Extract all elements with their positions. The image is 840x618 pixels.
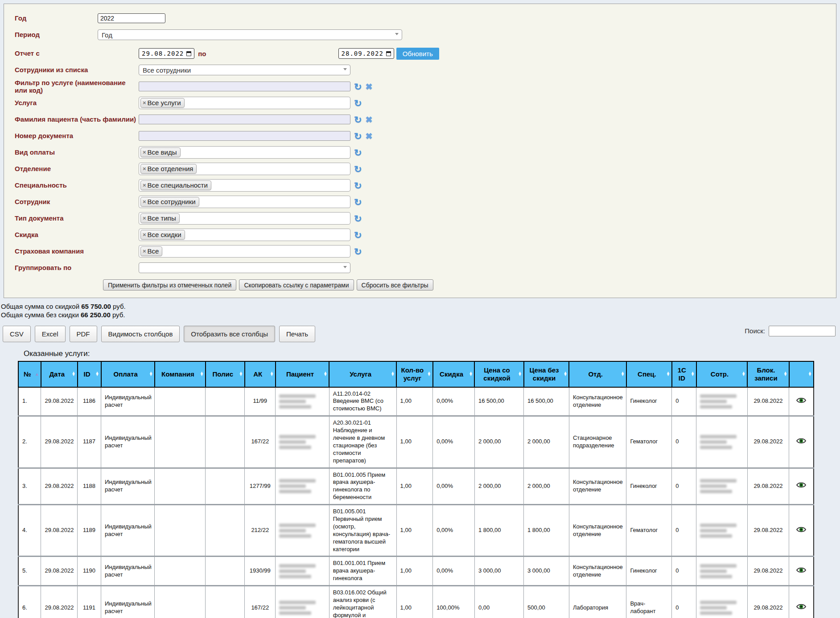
column-header-patient[interactable]: Пациент▲▼ <box>276 361 329 387</box>
sort-icon[interactable]: ▲▼ <box>72 372 76 377</box>
column-header-id[interactable]: ID▲▼ <box>78 361 101 387</box>
payment-type-multiselect[interactable]: Все виды <box>139 146 350 159</box>
remove-chip-icon[interactable] <box>143 215 146 221</box>
show-all-columns-button[interactable]: Отобразить все столбцы <box>184 326 275 342</box>
column-header-spec[interactable]: Спец.▲▼ <box>626 361 672 387</box>
remove-chip-icon[interactable] <box>143 99 146 106</box>
refresh-icon[interactable] <box>354 181 362 190</box>
column-header-dept[interactable]: Отд.▲▼ <box>569 361 626 387</box>
employees-list-select[interactable]: Все сотрудники <box>139 65 350 75</box>
sort-icon[interactable]: ▲▼ <box>391 372 395 377</box>
pdf-export-button[interactable]: PDF <box>70 326 97 342</box>
view-record-eye-icon[interactable] <box>796 603 806 612</box>
refresh-icon[interactable] <box>354 230 362 240</box>
remove-chip-icon[interactable] <box>143 231 146 238</box>
excel-export-button[interactable]: Excel <box>35 326 66 342</box>
column-header-ak[interactable]: АК▲▼ <box>245 361 276 387</box>
refresh-icon[interactable] <box>354 247 362 256</box>
refresh-icon[interactable] <box>354 115 362 124</box>
remove-chip-icon[interactable] <box>143 248 146 254</box>
search-input[interactable] <box>769 326 836 336</box>
remove-chip-icon[interactable] <box>143 149 146 156</box>
column-header-eye[interactable]: ▲▼ <box>789 361 814 387</box>
column-header-price_full[interactable]: Цена без скидки▲▼ <box>524 361 569 387</box>
cell-service: А20.30.021-01 Наблюдение и лечение в дне… <box>329 416 396 468</box>
service-filter-input[interactable] <box>139 82 350 91</box>
column-header-payment[interactable]: Оплата▲▼ <box>101 361 155 387</box>
discount-multiselect[interactable]: Все скидки <box>139 229 350 241</box>
report-to-date[interactable]: 28.09.2022 <box>338 48 394 59</box>
column-header-employee[interactable]: Сотр.▲▼ <box>696 361 747 387</box>
report-from-date[interactable]: 29.08.2022 <box>139 48 194 59</box>
reset-filters-button[interactable]: Сбросить все фильтры <box>357 279 433 291</box>
clear-icon[interactable] <box>366 115 373 124</box>
specialty-multiselect[interactable]: Все специальности <box>139 179 350 192</box>
copy-link-button[interactable]: Скопировать ссылку с параметрами <box>239 279 354 291</box>
remove-chip-icon[interactable] <box>143 198 146 205</box>
sort-icon[interactable]: ▲▼ <box>270 372 274 377</box>
sort-icon[interactable]: ▲▼ <box>469 372 473 377</box>
document-type-multiselect[interactable]: Все типы <box>139 212 350 225</box>
refresh-report-button[interactable]: Обновить <box>396 48 439 60</box>
clear-icon[interactable] <box>366 132 373 140</box>
sort-icon[interactable]: ▲▼ <box>564 372 568 377</box>
sort-icon[interactable]: ▲▼ <box>518 372 522 377</box>
column-header-company[interactable]: Компания▲▼ <box>155 361 206 387</box>
remove-chip-icon[interactable] <box>143 182 146 188</box>
column-header-num[interactable]: №▲ <box>18 361 41 387</box>
department-multiselect[interactable]: Все отделения <box>139 163 350 175</box>
sort-icon[interactable]: ▲▼ <box>149 372 153 377</box>
sort-icon[interactable]: ▲▼ <box>323 372 327 377</box>
cell-date: 29.08.2022 <box>41 416 78 468</box>
sort-icon[interactable]: ▲▼ <box>808 372 812 377</box>
csv-export-button[interactable]: CSV <box>3 326 31 342</box>
refresh-icon[interactable] <box>354 148 362 157</box>
document-number-input[interactable] <box>139 131 350 141</box>
sort-icon[interactable]: ▲▼ <box>783 372 787 377</box>
group-by-select[interactable] <box>139 262 350 273</box>
patient-surname-input[interactable] <box>139 115 350 124</box>
refresh-icon[interactable] <box>354 131 362 141</box>
cell-payment: Индивидуальный расчет <box>101 557 155 586</box>
column-header-price_disc[interactable]: Цена со скидкой▲▼ <box>474 361 523 387</box>
column-header-date[interactable]: Дата▲▼ <box>41 361 78 387</box>
sort-icon[interactable]: ▲ <box>35 372 39 375</box>
refresh-icon[interactable] <box>354 197 362 207</box>
refresh-icon[interactable] <box>354 164 362 174</box>
view-record-eye-icon[interactable] <box>796 438 806 446</box>
apply-filters-button[interactable]: Применить фильтры из отмеченных полей <box>103 279 236 291</box>
column-header-block[interactable]: Блок. записи▲▼ <box>747 361 789 387</box>
discount-label: Скидка <box>9 231 139 238</box>
view-record-eye-icon[interactable] <box>796 526 806 535</box>
column-header-service[interactable]: Услуга▲▼ <box>329 361 396 387</box>
sort-icon[interactable]: ▲▼ <box>666 372 670 377</box>
view-record-eye-icon[interactable] <box>796 567 806 576</box>
column-visibility-button[interactable]: Видимость столбцов <box>101 326 180 342</box>
sort-icon[interactable]: ▲▼ <box>200 372 204 377</box>
view-record-eye-icon[interactable] <box>796 397 806 406</box>
service-multiselect[interactable]: Все услуги <box>139 97 350 109</box>
clear-icon[interactable] <box>366 82 373 91</box>
column-header-discount[interactable]: Скидка▲▼ <box>433 361 475 387</box>
refresh-icon[interactable] <box>354 214 362 223</box>
calendar-icon[interactable] <box>186 51 191 56</box>
sort-icon[interactable]: ▲▼ <box>239 372 243 377</box>
sort-icon[interactable]: ▲▼ <box>621 372 625 377</box>
column-header-c1id[interactable]: 1С ID▲▼ <box>672 361 696 387</box>
sort-icon[interactable]: ▲▼ <box>427 372 431 377</box>
refresh-icon[interactable] <box>354 98 362 108</box>
period-select[interactable]: Год <box>98 29 402 40</box>
insurance-multiselect[interactable]: Все <box>139 245 350 258</box>
sort-icon[interactable]: ▲▼ <box>691 372 695 377</box>
sort-icon[interactable]: ▲▼ <box>95 372 99 377</box>
column-header-qty[interactable]: Кол-во услуг▲▼ <box>396 361 433 387</box>
print-button[interactable]: Печать <box>279 326 315 342</box>
employee-multiselect[interactable]: Все сотрудники <box>139 196 350 208</box>
sort-icon[interactable]: ▲▼ <box>741 372 745 377</box>
refresh-icon[interactable] <box>354 82 362 91</box>
year-input[interactable] <box>98 13 165 23</box>
column-header-policy[interactable]: Полис▲▼ <box>206 361 245 387</box>
calendar-icon[interactable] <box>386 51 391 56</box>
remove-chip-icon[interactable] <box>143 165 146 172</box>
view-record-eye-icon[interactable] <box>796 482 806 491</box>
